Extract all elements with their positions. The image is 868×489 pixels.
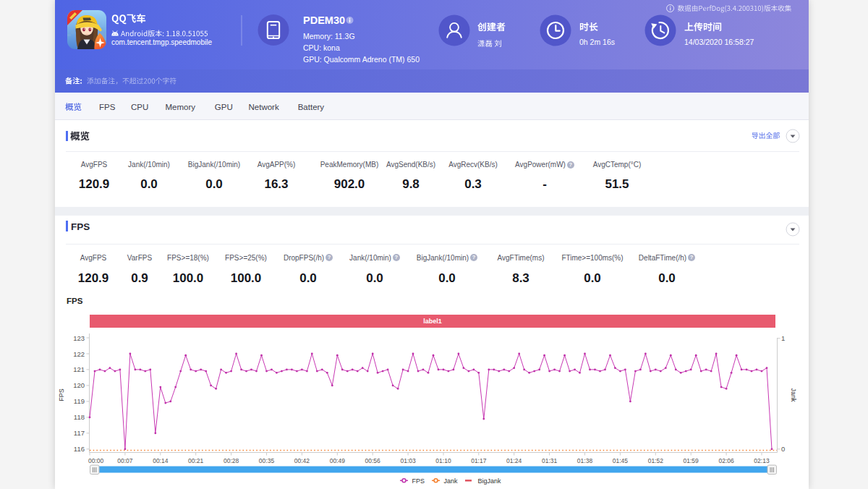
svg-text:label1: label1 xyxy=(423,318,442,325)
svg-text:01:10: 01:10 xyxy=(435,457,451,464)
svg-text:117: 117 xyxy=(74,429,85,437)
svg-text:Jank: Jank xyxy=(790,388,797,402)
svg-text:02:06: 02:06 xyxy=(718,457,734,464)
svg-text:01:45: 01:45 xyxy=(613,457,629,464)
svg-text:01:03: 01:03 xyxy=(400,457,416,464)
svg-text:00:07: 00:07 xyxy=(117,457,133,464)
svg-text:01:38: 01:38 xyxy=(577,457,593,464)
svg-text:00:14: 00:14 xyxy=(153,457,169,464)
svg-text:00:28: 00:28 xyxy=(224,457,239,464)
svg-text:123: 123 xyxy=(73,334,85,342)
svg-text:00:00: 00:00 xyxy=(88,457,104,464)
svg-text:120: 120 xyxy=(73,381,85,389)
svg-text:0: 0 xyxy=(781,445,785,453)
svg-text:00:35: 00:35 xyxy=(259,457,275,464)
svg-text:122: 122 xyxy=(73,350,85,358)
svg-text:BigJank: BigJank xyxy=(478,477,502,485)
svg-text:00:49: 00:49 xyxy=(330,457,346,464)
svg-text:119: 119 xyxy=(74,397,85,405)
svg-text:01:52: 01:52 xyxy=(648,457,664,464)
svg-text:01:24: 01:24 xyxy=(506,457,522,464)
svg-text:02:13: 02:13 xyxy=(754,457,770,464)
svg-text:Jank: Jank xyxy=(444,477,459,485)
svg-text:1: 1 xyxy=(781,334,785,342)
svg-text:00:56: 00:56 xyxy=(365,457,381,464)
svg-text:121: 121 xyxy=(73,365,85,373)
svg-text:01:59: 01:59 xyxy=(684,457,699,464)
svg-text:FPS: FPS xyxy=(58,388,65,401)
svg-text:01:31: 01:31 xyxy=(542,457,558,464)
svg-text:01:17: 01:17 xyxy=(471,457,487,464)
svg-text:00:42: 00:42 xyxy=(294,457,310,464)
svg-text:118: 118 xyxy=(74,413,85,421)
svg-text:00:21: 00:21 xyxy=(188,457,204,464)
svg-text:116: 116 xyxy=(74,445,85,453)
svg-text:FPS: FPS xyxy=(412,477,425,485)
